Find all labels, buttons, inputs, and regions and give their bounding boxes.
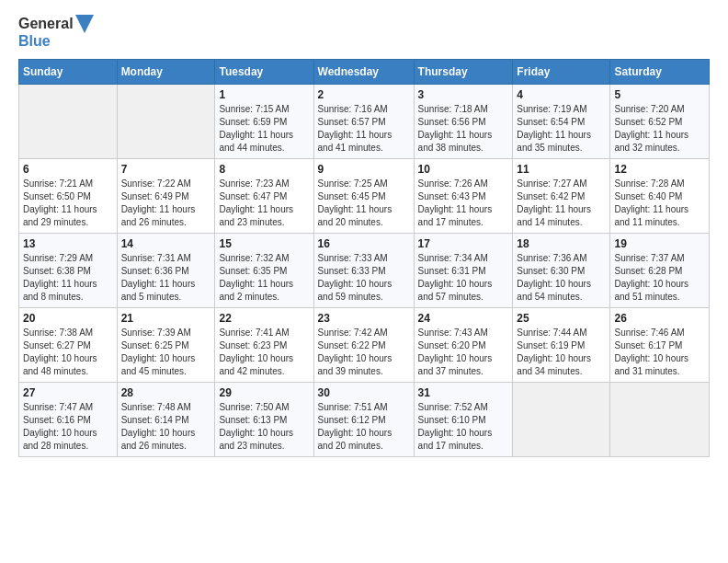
day-detail: Sunrise: 7:28 AMSunset: 6:40 PMDaylight:… (614, 178, 705, 229)
calendar-cell (117, 85, 215, 159)
day-number: 25 (517, 312, 606, 325)
calendar-cell: 14Sunrise: 7:31 AMSunset: 6:36 PMDayligh… (117, 234, 215, 308)
day-number: 8 (219, 163, 309, 176)
calendar-cell: 28Sunrise: 7:48 AMSunset: 6:14 PMDayligh… (117, 383, 215, 457)
day-detail: Sunrise: 7:42 AMSunset: 6:22 PMDaylight:… (318, 327, 410, 378)
page: General Blue SundayMondayTuesdayWednesda… (0, 0, 728, 472)
day-detail: Sunrise: 7:47 AMSunset: 6:16 PMDaylight:… (23, 401, 113, 453)
header: General Blue (18, 15, 710, 50)
column-header-friday: Friday (513, 60, 610, 85)
column-header-sunday: Sunday (19, 60, 118, 85)
day-number: 14 (121, 237, 211, 250)
day-detail: Sunrise: 7:37 AMSunset: 6:28 PMDaylight:… (614, 252, 705, 304)
day-detail: Sunrise: 7:33 AMSunset: 6:33 PMDaylight:… (318, 252, 410, 304)
day-number: 27 (23, 386, 113, 399)
column-header-wednesday: Wednesday (313, 60, 414, 85)
calendar-cell: 17Sunrise: 7:34 AMSunset: 6:31 PMDayligh… (414, 234, 513, 308)
calendar-table: SundayMondayTuesdayWednesdayThursdayFrid… (18, 59, 710, 457)
day-detail: Sunrise: 7:25 AMSunset: 6:45 PMDaylight:… (318, 178, 410, 229)
day-detail: Sunrise: 7:19 AMSunset: 6:54 PMDaylight:… (517, 103, 606, 155)
calendar-cell (610, 383, 710, 457)
calendar-cell: 19Sunrise: 7:37 AMSunset: 6:28 PMDayligh… (610, 234, 710, 308)
day-number: 9 (318, 163, 410, 176)
day-number: 1 (219, 88, 309, 101)
calendar-cell: 30Sunrise: 7:51 AMSunset: 6:12 PMDayligh… (313, 383, 414, 457)
column-header-thursday: Thursday (414, 60, 513, 85)
calendar-cell: 3Sunrise: 7:18 AMSunset: 6:56 PMDaylight… (414, 85, 513, 159)
calendar-cell: 21Sunrise: 7:39 AMSunset: 6:25 PMDayligh… (117, 308, 215, 383)
day-detail: Sunrise: 7:41 AMSunset: 6:23 PMDaylight:… (219, 327, 309, 378)
calendar-week-row: 1Sunrise: 7:15 AMSunset: 6:59 PMDaylight… (19, 85, 710, 159)
calendar-cell: 18Sunrise: 7:36 AMSunset: 6:30 PMDayligh… (513, 234, 610, 308)
day-detail: Sunrise: 7:51 AMSunset: 6:12 PMDaylight:… (318, 401, 410, 453)
calendar-cell: 2Sunrise: 7:16 AMSunset: 6:57 PMDaylight… (313, 85, 414, 159)
day-number: 24 (418, 312, 509, 325)
calendar-cell: 20Sunrise: 7:38 AMSunset: 6:27 PMDayligh… (19, 308, 118, 383)
day-detail: Sunrise: 7:22 AMSunset: 6:49 PMDaylight:… (121, 178, 211, 229)
logo: General Blue (18, 15, 94, 50)
day-number: 19 (614, 237, 705, 250)
day-number: 13 (23, 237, 113, 250)
calendar-week-row: 20Sunrise: 7:38 AMSunset: 6:27 PMDayligh… (19, 308, 710, 383)
calendar-body: 1Sunrise: 7:15 AMSunset: 6:59 PMDaylight… (19, 85, 710, 457)
day-detail: Sunrise: 7:16 AMSunset: 6:57 PMDaylight:… (318, 103, 410, 155)
calendar-week-row: 13Sunrise: 7:29 AMSunset: 6:38 PMDayligh… (19, 234, 710, 308)
day-detail: Sunrise: 7:39 AMSunset: 6:25 PMDaylight:… (121, 327, 211, 378)
calendar-cell: 10Sunrise: 7:26 AMSunset: 6:43 PMDayligh… (414, 159, 513, 234)
logo-text-blue: Blue (18, 33, 51, 50)
day-detail: Sunrise: 7:34 AMSunset: 6:31 PMDaylight:… (418, 252, 509, 304)
day-number: 16 (318, 237, 410, 250)
calendar-header-row: SundayMondayTuesdayWednesdayThursdayFrid… (19, 60, 710, 85)
day-number: 3 (418, 88, 509, 101)
day-detail: Sunrise: 7:36 AMSunset: 6:30 PMDaylight:… (517, 252, 606, 304)
column-header-saturday: Saturday (610, 60, 710, 85)
day-number: 15 (219, 237, 309, 250)
day-number: 7 (121, 163, 211, 176)
logo-container: General Blue (18, 15, 94, 50)
calendar-cell: 27Sunrise: 7:47 AMSunset: 6:16 PMDayligh… (19, 383, 118, 457)
calendar-cell: 31Sunrise: 7:52 AMSunset: 6:10 PMDayligh… (414, 383, 513, 457)
calendar-cell: 26Sunrise: 7:46 AMSunset: 6:17 PMDayligh… (610, 308, 710, 383)
day-detail: Sunrise: 7:15 AMSunset: 6:59 PMDaylight:… (219, 103, 309, 155)
day-number: 26 (614, 312, 705, 325)
calendar-week-row: 6Sunrise: 7:21 AMSunset: 6:50 PMDaylight… (19, 159, 710, 234)
calendar-cell (19, 85, 118, 159)
calendar-cell: 5Sunrise: 7:20 AMSunset: 6:52 PMDaylight… (610, 85, 710, 159)
day-number: 10 (418, 163, 509, 176)
day-detail: Sunrise: 7:52 AMSunset: 6:10 PMDaylight:… (418, 401, 509, 453)
calendar-cell (513, 383, 610, 457)
day-detail: Sunrise: 7:27 AMSunset: 6:42 PMDaylight:… (517, 178, 606, 229)
calendar-cell: 1Sunrise: 7:15 AMSunset: 6:59 PMDaylight… (215, 85, 313, 159)
calendar-cell: 7Sunrise: 7:22 AMSunset: 6:49 PMDaylight… (117, 159, 215, 234)
day-number: 28 (121, 386, 211, 399)
column-header-tuesday: Tuesday (215, 60, 313, 85)
svg-marker-0 (75, 15, 94, 33)
day-detail: Sunrise: 7:23 AMSunset: 6:47 PMDaylight:… (219, 178, 309, 229)
day-number: 20 (23, 312, 113, 325)
day-number: 30 (318, 386, 410, 399)
logo-chevron-icon (75, 15, 94, 33)
calendar-cell: 11Sunrise: 7:27 AMSunset: 6:42 PMDayligh… (513, 159, 610, 234)
calendar-cell: 6Sunrise: 7:21 AMSunset: 6:50 PMDaylight… (19, 159, 118, 234)
calendar-cell: 15Sunrise: 7:32 AMSunset: 6:35 PMDayligh… (215, 234, 313, 308)
calendar-cell: 29Sunrise: 7:50 AMSunset: 6:13 PMDayligh… (215, 383, 313, 457)
calendar-cell: 23Sunrise: 7:42 AMSunset: 6:22 PMDayligh… (313, 308, 414, 383)
day-detail: Sunrise: 7:29 AMSunset: 6:38 PMDaylight:… (23, 252, 113, 304)
day-detail: Sunrise: 7:20 AMSunset: 6:52 PMDaylight:… (614, 103, 705, 155)
day-detail: Sunrise: 7:31 AMSunset: 6:36 PMDaylight:… (121, 252, 211, 304)
column-header-monday: Monday (117, 60, 215, 85)
day-number: 29 (219, 386, 309, 399)
calendar-week-row: 27Sunrise: 7:47 AMSunset: 6:16 PMDayligh… (19, 383, 710, 457)
day-detail: Sunrise: 7:48 AMSunset: 6:14 PMDaylight:… (121, 401, 211, 453)
day-number: 18 (517, 237, 606, 250)
day-detail: Sunrise: 7:18 AMSunset: 6:56 PMDaylight:… (418, 103, 509, 155)
day-detail: Sunrise: 7:50 AMSunset: 6:13 PMDaylight:… (219, 401, 309, 453)
calendar-cell: 8Sunrise: 7:23 AMSunset: 6:47 PMDaylight… (215, 159, 313, 234)
day-detail: Sunrise: 7:32 AMSunset: 6:35 PMDaylight:… (219, 252, 309, 304)
day-detail: Sunrise: 7:26 AMSunset: 6:43 PMDaylight:… (418, 178, 509, 229)
calendar-cell: 4Sunrise: 7:19 AMSunset: 6:54 PMDaylight… (513, 85, 610, 159)
day-number: 2 (318, 88, 410, 101)
day-detail: Sunrise: 7:46 AMSunset: 6:17 PMDaylight:… (614, 327, 705, 378)
day-detail: Sunrise: 7:43 AMSunset: 6:20 PMDaylight:… (418, 327, 509, 378)
day-number: 22 (219, 312, 309, 325)
